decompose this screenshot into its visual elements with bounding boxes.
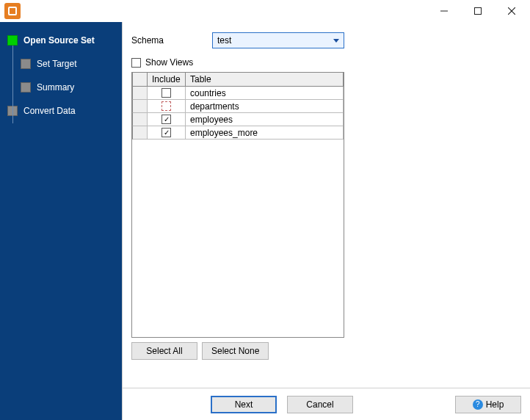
table-name-cell[interactable]: employees (185, 113, 344, 126)
grid-header-table[interactable]: Table (185, 72, 344, 87)
nav-label: Set Target (37, 59, 76, 69)
wizard-footer: Next Cancel ? Help (123, 388, 530, 420)
nav-label: Convert Data (23, 106, 76, 116)
checkbox-icon: ✓ (161, 128, 171, 137)
help-icon: ? (473, 399, 483, 410)
schema-selected-value: test (217, 35, 231, 46)
grid-header-stub (132, 72, 147, 87)
help-button[interactable]: ? Help (455, 396, 521, 413)
schema-select[interactable]: test (212, 32, 344, 48)
row-header-stub[interactable] (132, 113, 147, 126)
step-marker-icon (21, 59, 31, 69)
step-marker-icon (7, 35, 18, 46)
cancel-button[interactable]: Cancel (287, 396, 353, 413)
grid-header: Include Table (132, 72, 344, 87)
checkbox-icon: ✓ (161, 115, 171, 124)
table-name-cell[interactable]: countries (185, 87, 344, 100)
include-cell[interactable] (147, 87, 185, 100)
app-icon (4, 3, 21, 19)
show-views-label: Show Views (145, 57, 193, 68)
table-row: countries (132, 87, 344, 100)
grid-body: countriesdepartments✓employees✓employees… (132, 87, 344, 140)
minimize-button[interactable] (427, 0, 461, 22)
wizard-sidebar: Open Source Set Set Target Summary Conve… (0, 22, 122, 420)
maximize-button[interactable] (461, 0, 495, 22)
checkbox-icon (131, 58, 141, 68)
table-row: departments (132, 100, 344, 113)
select-none-button[interactable]: Select None (202, 342, 269, 360)
svg-rect-1 (475, 8, 482, 15)
table-row: ✓employees_more (132, 126, 344, 140)
include-cell[interactable] (147, 100, 185, 113)
nav-label: Open Source Set (23, 35, 95, 46)
schema-label: Schema (131, 35, 212, 46)
row-header-stub[interactable] (132, 126, 147, 140)
nav-summary[interactable]: Summary (0, 78, 122, 97)
include-cell[interactable]: ✓ (147, 126, 185, 140)
table-name-cell[interactable]: departments (185, 100, 344, 113)
help-label: Help (486, 399, 504, 410)
nav-label: Summary (37, 82, 74, 93)
titlebar (0, 0, 530, 22)
next-button[interactable]: Next (211, 396, 277, 413)
include-cell[interactable]: ✓ (147, 113, 185, 126)
table-name-cell[interactable]: employees_more (185, 126, 344, 140)
nav-set-target[interactable]: Set Target (0, 54, 122, 73)
main-panel: Schema test Show Views Include Table cou… (122, 22, 530, 420)
row-header-stub[interactable] (132, 87, 147, 100)
nav-convert-data[interactable]: Convert Data (0, 101, 122, 120)
step-marker-icon (21, 82, 31, 93)
chevron-down-icon (333, 39, 339, 43)
row-header-stub[interactable] (132, 100, 147, 113)
table-row: ✓employees (132, 113, 344, 126)
window-controls (427, 0, 529, 22)
close-button[interactable] (495, 0, 529, 22)
select-all-button[interactable]: Select All (131, 342, 197, 360)
nav-open-source-set[interactable]: Open Source Set (0, 31, 122, 50)
checkbox-icon (161, 88, 171, 98)
grid-header-include[interactable]: Include (147, 72, 185, 87)
checkbox-icon (161, 101, 171, 111)
show-views-checkbox[interactable]: Show Views (131, 57, 521, 68)
tables-grid: Include Table countriesdepartments✓emplo… (131, 72, 344, 338)
